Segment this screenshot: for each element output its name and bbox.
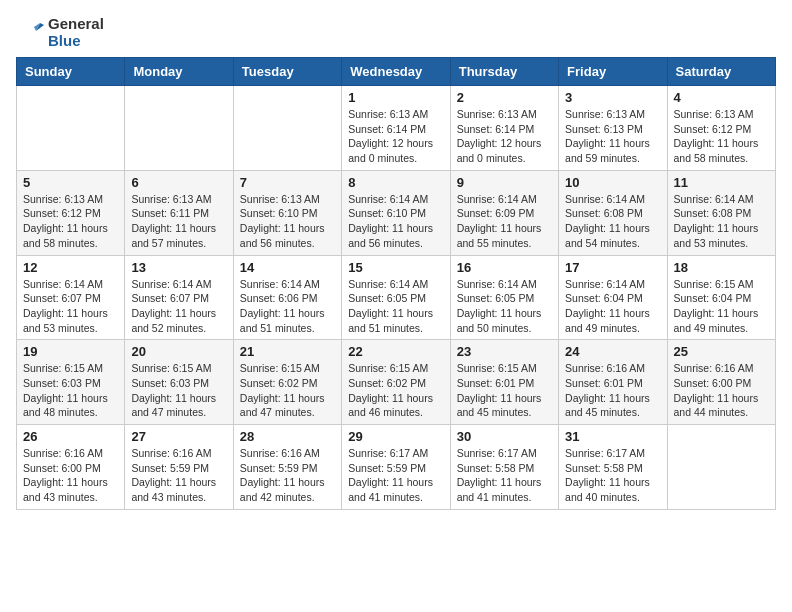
day-number: 1 <box>348 90 443 105</box>
day-number: 25 <box>674 344 769 359</box>
day-info: Sunrise: 6:13 AMSunset: 6:12 PMDaylight:… <box>674 107 769 166</box>
logo: General Blue <box>16 16 104 49</box>
day-info: Sunrise: 6:13 AMSunset: 6:11 PMDaylight:… <box>131 192 226 251</box>
week-row-4: 19Sunrise: 6:15 AMSunset: 6:03 PMDayligh… <box>17 340 776 425</box>
day-info: Sunrise: 6:14 AMSunset: 6:10 PMDaylight:… <box>348 192 443 251</box>
day-info: Sunrise: 6:16 AMSunset: 5:59 PMDaylight:… <box>240 446 335 505</box>
calendar-cell: 12Sunrise: 6:14 AMSunset: 6:07 PMDayligh… <box>17 255 125 340</box>
day-info: Sunrise: 6:17 AMSunset: 5:58 PMDaylight:… <box>457 446 552 505</box>
weekday-header-wednesday: Wednesday <box>342 58 450 86</box>
day-info: Sunrise: 6:14 AMSunset: 6:05 PMDaylight:… <box>348 277 443 336</box>
day-number: 24 <box>565 344 660 359</box>
day-info: Sunrise: 6:14 AMSunset: 6:07 PMDaylight:… <box>131 277 226 336</box>
weekday-header-row: SundayMondayTuesdayWednesdayThursdayFrid… <box>17 58 776 86</box>
calendar-cell <box>17 86 125 171</box>
calendar-cell: 28Sunrise: 6:16 AMSunset: 5:59 PMDayligh… <box>233 425 341 510</box>
calendar-cell: 5Sunrise: 6:13 AMSunset: 6:12 PMDaylight… <box>17 170 125 255</box>
day-number: 11 <box>674 175 769 190</box>
calendar-cell: 8Sunrise: 6:14 AMSunset: 6:10 PMDaylight… <box>342 170 450 255</box>
calendar-cell: 2Sunrise: 6:13 AMSunset: 6:14 PMDaylight… <box>450 86 558 171</box>
day-info: Sunrise: 6:16 AMSunset: 5:59 PMDaylight:… <box>131 446 226 505</box>
week-row-3: 12Sunrise: 6:14 AMSunset: 6:07 PMDayligh… <box>17 255 776 340</box>
calendar-cell: 17Sunrise: 6:14 AMSunset: 6:04 PMDayligh… <box>559 255 667 340</box>
day-number: 5 <box>23 175 118 190</box>
day-info: Sunrise: 6:16 AMSunset: 6:00 PMDaylight:… <box>674 361 769 420</box>
calendar-cell: 18Sunrise: 6:15 AMSunset: 6:04 PMDayligh… <box>667 255 775 340</box>
day-info: Sunrise: 6:14 AMSunset: 6:04 PMDaylight:… <box>565 277 660 336</box>
day-number: 21 <box>240 344 335 359</box>
day-info: Sunrise: 6:15 AMSunset: 6:03 PMDaylight:… <box>23 361 118 420</box>
calendar-table: SundayMondayTuesdayWednesdayThursdayFrid… <box>16 57 776 510</box>
calendar-cell: 29Sunrise: 6:17 AMSunset: 5:59 PMDayligh… <box>342 425 450 510</box>
weekday-header-sunday: Sunday <box>17 58 125 86</box>
calendar-cell <box>233 86 341 171</box>
weekday-header-saturday: Saturday <box>667 58 775 86</box>
day-number: 26 <box>23 429 118 444</box>
week-row-5: 26Sunrise: 6:16 AMSunset: 6:00 PMDayligh… <box>17 425 776 510</box>
day-number: 18 <box>674 260 769 275</box>
page-header: General Blue <box>16 16 776 49</box>
calendar-cell: 20Sunrise: 6:15 AMSunset: 6:03 PMDayligh… <box>125 340 233 425</box>
logo-bird-icon <box>16 17 48 49</box>
calendar-cell: 26Sunrise: 6:16 AMSunset: 6:00 PMDayligh… <box>17 425 125 510</box>
day-info: Sunrise: 6:15 AMSunset: 6:02 PMDaylight:… <box>240 361 335 420</box>
day-number: 16 <box>457 260 552 275</box>
day-number: 13 <box>131 260 226 275</box>
week-row-2: 5Sunrise: 6:13 AMSunset: 6:12 PMDaylight… <box>17 170 776 255</box>
calendar-cell: 30Sunrise: 6:17 AMSunset: 5:58 PMDayligh… <box>450 425 558 510</box>
calendar-cell <box>667 425 775 510</box>
calendar-cell: 23Sunrise: 6:15 AMSunset: 6:01 PMDayligh… <box>450 340 558 425</box>
weekday-header-thursday: Thursday <box>450 58 558 86</box>
day-info: Sunrise: 6:13 AMSunset: 6:14 PMDaylight:… <box>348 107 443 166</box>
calendar-cell: 13Sunrise: 6:14 AMSunset: 6:07 PMDayligh… <box>125 255 233 340</box>
day-info: Sunrise: 6:15 AMSunset: 6:01 PMDaylight:… <box>457 361 552 420</box>
day-info: Sunrise: 6:14 AMSunset: 6:08 PMDaylight:… <box>674 192 769 251</box>
day-number: 31 <box>565 429 660 444</box>
day-info: Sunrise: 6:14 AMSunset: 6:05 PMDaylight:… <box>457 277 552 336</box>
weekday-header-tuesday: Tuesday <box>233 58 341 86</box>
logo-text-blue: Blue <box>48 33 104 50</box>
day-info: Sunrise: 6:14 AMSunset: 6:06 PMDaylight:… <box>240 277 335 336</box>
day-info: Sunrise: 6:14 AMSunset: 6:07 PMDaylight:… <box>23 277 118 336</box>
day-number: 20 <box>131 344 226 359</box>
day-info: Sunrise: 6:14 AMSunset: 6:08 PMDaylight:… <box>565 192 660 251</box>
day-number: 12 <box>23 260 118 275</box>
day-number: 6 <box>131 175 226 190</box>
day-number: 9 <box>457 175 552 190</box>
calendar-cell: 3Sunrise: 6:13 AMSunset: 6:13 PMDaylight… <box>559 86 667 171</box>
day-info: Sunrise: 6:13 AMSunset: 6:13 PMDaylight:… <box>565 107 660 166</box>
calendar-cell: 27Sunrise: 6:16 AMSunset: 5:59 PMDayligh… <box>125 425 233 510</box>
day-number: 29 <box>348 429 443 444</box>
week-row-1: 1Sunrise: 6:13 AMSunset: 6:14 PMDaylight… <box>17 86 776 171</box>
day-info: Sunrise: 6:13 AMSunset: 6:14 PMDaylight:… <box>457 107 552 166</box>
day-info: Sunrise: 6:16 AMSunset: 6:01 PMDaylight:… <box>565 361 660 420</box>
day-info: Sunrise: 6:16 AMSunset: 6:00 PMDaylight:… <box>23 446 118 505</box>
calendar-cell: 11Sunrise: 6:14 AMSunset: 6:08 PMDayligh… <box>667 170 775 255</box>
weekday-header-monday: Monday <box>125 58 233 86</box>
calendar-cell: 25Sunrise: 6:16 AMSunset: 6:00 PMDayligh… <box>667 340 775 425</box>
day-number: 7 <box>240 175 335 190</box>
weekday-header-friday: Friday <box>559 58 667 86</box>
day-info: Sunrise: 6:17 AMSunset: 5:59 PMDaylight:… <box>348 446 443 505</box>
calendar-cell: 1Sunrise: 6:13 AMSunset: 6:14 PMDaylight… <box>342 86 450 171</box>
day-number: 10 <box>565 175 660 190</box>
day-number: 15 <box>348 260 443 275</box>
day-number: 27 <box>131 429 226 444</box>
day-info: Sunrise: 6:14 AMSunset: 6:09 PMDaylight:… <box>457 192 552 251</box>
calendar-cell: 19Sunrise: 6:15 AMSunset: 6:03 PMDayligh… <box>17 340 125 425</box>
day-number: 3 <box>565 90 660 105</box>
calendar-cell: 14Sunrise: 6:14 AMSunset: 6:06 PMDayligh… <box>233 255 341 340</box>
day-info: Sunrise: 6:13 AMSunset: 6:10 PMDaylight:… <box>240 192 335 251</box>
day-info: Sunrise: 6:13 AMSunset: 6:12 PMDaylight:… <box>23 192 118 251</box>
day-number: 19 <box>23 344 118 359</box>
day-number: 23 <box>457 344 552 359</box>
calendar-cell: 10Sunrise: 6:14 AMSunset: 6:08 PMDayligh… <box>559 170 667 255</box>
day-info: Sunrise: 6:17 AMSunset: 5:58 PMDaylight:… <box>565 446 660 505</box>
calendar-cell: 16Sunrise: 6:14 AMSunset: 6:05 PMDayligh… <box>450 255 558 340</box>
calendar-cell: 21Sunrise: 6:15 AMSunset: 6:02 PMDayligh… <box>233 340 341 425</box>
logo-text-general: General <box>48 16 104 33</box>
day-number: 8 <box>348 175 443 190</box>
calendar-cell <box>125 86 233 171</box>
day-number: 14 <box>240 260 335 275</box>
day-info: Sunrise: 6:15 AMSunset: 6:04 PMDaylight:… <box>674 277 769 336</box>
